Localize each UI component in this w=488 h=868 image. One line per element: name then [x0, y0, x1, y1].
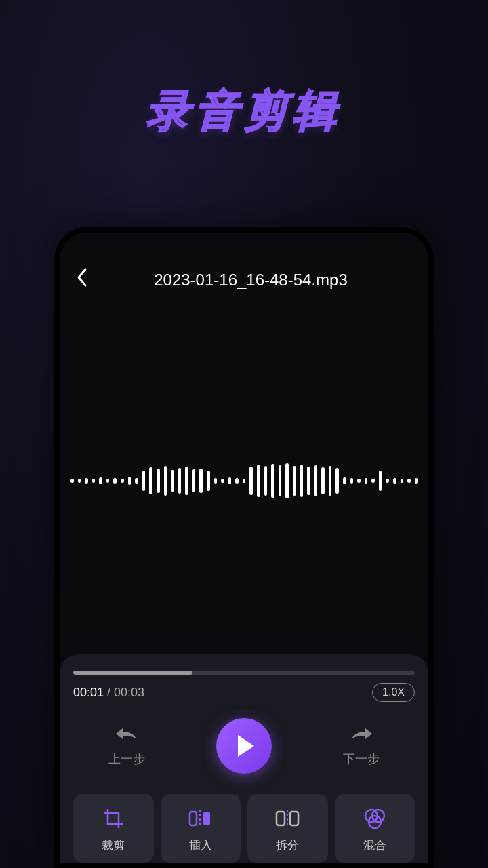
- waveform-bar: [228, 477, 232, 484]
- phone-frame: 2023-01-16_16-48-54.mp3 00:01 / 00:03 1.…: [54, 227, 434, 868]
- undo-label: 上一步: [108, 751, 145, 767]
- waveform-bar: [128, 477, 131, 485]
- waveform-bar: [99, 477, 102, 484]
- current-time: 00:01: [73, 686, 104, 699]
- waveform-bar: [321, 467, 325, 494]
- waveform-bar: [379, 471, 382, 491]
- mix-button[interactable]: 混合: [335, 794, 415, 863]
- progress-bar[interactable]: [73, 671, 415, 675]
- insert-icon: [188, 806, 213, 831]
- waveform-bar: [314, 465, 318, 496]
- progress-fill: [73, 671, 192, 675]
- time-display: 00:01 / 00:03: [73, 686, 144, 700]
- waveform-bar: [70, 479, 74, 483]
- waveform-bar: [401, 479, 404, 483]
- header: 2023-01-16_16-48-54.mp3: [60, 233, 428, 307]
- mix-icon: [363, 806, 387, 831]
- play-icon: [238, 735, 254, 757]
- waveform-bar: [235, 478, 239, 484]
- waveform-bar: [415, 478, 418, 484]
- waveform-bar: [121, 479, 124, 483]
- waveform-bar: [164, 466, 167, 496]
- tools-row: 裁剪 插入 拆分 混合: [73, 794, 415, 863]
- mix-label: 混合: [363, 837, 386, 853]
- file-title: 2023-01-16_16-48-54.mp3: [111, 271, 412, 290]
- phone-screen: 2023-01-16_16-48-54.mp3 00:01 / 00:03 1.…: [60, 233, 428, 863]
- waveform-bar: [407, 479, 411, 483]
- waveform-bar: [85, 478, 88, 484]
- insert-button[interactable]: 插入: [161, 794, 241, 863]
- crop-label: 裁剪: [102, 837, 125, 853]
- waveform-bar: [142, 471, 146, 491]
- waveform-bar: [178, 468, 182, 494]
- waveform-bar: [386, 479, 389, 483]
- waveform-area[interactable]: [60, 307, 428, 654]
- waveform-bar: [271, 464, 274, 498]
- undo-button[interactable]: 上一步: [108, 725, 145, 767]
- split-label: 拆分: [276, 837, 299, 853]
- waveform-bar: [243, 479, 246, 483]
- split-button[interactable]: 拆分: [247, 794, 328, 863]
- waveform: [70, 454, 418, 508]
- waveform-bar: [207, 471, 210, 491]
- waveform-bar: [365, 478, 368, 484]
- waveform-bar: [249, 467, 253, 495]
- waveform-bar: [279, 465, 282, 496]
- crop-icon: [101, 806, 125, 831]
- waveform-bar: [106, 479, 110, 483]
- waveform-bar: [293, 466, 296, 496]
- crop-button[interactable]: 裁剪: [73, 794, 154, 863]
- waveform-bar: [300, 465, 304, 497]
- waveform-bar: [350, 478, 354, 484]
- svg-rect-3: [277, 812, 285, 825]
- waveform-bar: [92, 479, 96, 483]
- back-icon[interactable]: [76, 267, 98, 294]
- total-time: 00:03: [114, 686, 144, 699]
- waveform-bar: [307, 467, 310, 495]
- svg-rect-1: [203, 812, 210, 825]
- split-icon: [275, 806, 300, 831]
- time-row: 00:01 / 00:03 1.0X: [73, 683, 415, 702]
- redo-icon: [349, 725, 373, 747]
- play-button[interactable]: [216, 718, 272, 774]
- redo-button[interactable]: 下一步: [343, 725, 380, 767]
- controls-panel: 00:01 / 00:03 1.0X 上一步: [60, 654, 428, 863]
- waveform-bar: [264, 466, 268, 496]
- waveform-bar: [357, 479, 361, 483]
- waveform-bar: [343, 477, 346, 484]
- svg-rect-0: [190, 812, 197, 825]
- waveform-bar: [257, 465, 260, 497]
- waveform-bar: [171, 470, 174, 492]
- waveform-bar: [221, 479, 224, 483]
- insert-label: 插入: [189, 837, 212, 853]
- waveform-bar: [336, 468, 339, 494]
- app-title: 录音剪辑: [0, 0, 488, 140]
- waveform-bar: [192, 469, 196, 492]
- waveform-bar: [113, 478, 117, 484]
- speed-button[interactable]: 1.0X: [372, 683, 415, 702]
- undo-icon: [115, 725, 139, 747]
- waveform-bar: [214, 478, 218, 484]
- waveform-bar: [285, 463, 289, 498]
- waveform-bar: [149, 467, 152, 494]
- waveform-bar: [199, 469, 203, 493]
- playback-row: 上一步 下一步: [73, 718, 415, 774]
- waveform-bar: [78, 479, 81, 483]
- waveform-bar: [393, 478, 396, 484]
- waveform-bar: [329, 466, 332, 496]
- waveform-bar: [157, 469, 160, 493]
- waveform-bar: [185, 467, 188, 495]
- svg-rect-4: [290, 812, 298, 825]
- waveform-bar: [135, 478, 138, 484]
- redo-label: 下一步: [343, 751, 380, 767]
- waveform-bar: [371, 479, 375, 483]
